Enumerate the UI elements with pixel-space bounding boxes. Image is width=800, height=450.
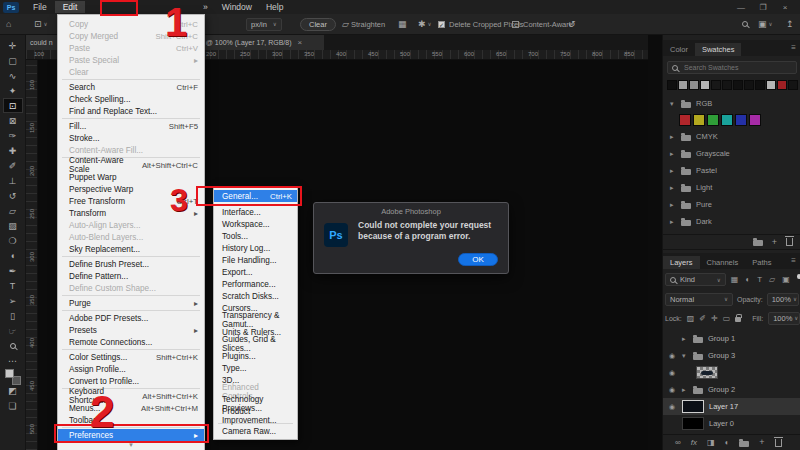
menu-item-check-spelling[interactable]: Check Spelling... bbox=[58, 93, 204, 105]
swatch-group-light[interactable]: ▸Light bbox=[663, 179, 800, 196]
swatch-chip[interactable] bbox=[735, 114, 747, 126]
menu-item-window[interactable]: Window bbox=[215, 2, 259, 12]
menu-item-keyboard-shortcuts[interactable]: Keyboard Shortcuts...Alt+Shift+Ctrl+K bbox=[58, 390, 204, 402]
quick-mask-mode-icon[interactable]: ◩ bbox=[3, 383, 23, 398]
straighten-button[interactable]: ▱ Straighten bbox=[342, 14, 385, 34]
home-button[interactable]: ⌂ bbox=[6, 14, 11, 34]
pen-tool-icon[interactable]: ✒ bbox=[3, 263, 23, 278]
lock-artboard-icon[interactable]: ▭ bbox=[723, 314, 731, 323]
chevron-down-icon[interactable]: ▾ bbox=[670, 100, 676, 108]
swatch-chip[interactable] bbox=[678, 80, 688, 90]
path-selection-tool-icon[interactable]: ➢ bbox=[3, 293, 23, 308]
restore-button[interactable]: ❐ bbox=[752, 3, 774, 12]
swatch-chip[interactable] bbox=[689, 80, 699, 90]
blur-tool-icon[interactable]: ❍ bbox=[3, 233, 23, 248]
menu-item-auto-align-layers[interactable]: Auto-Align Layers... bbox=[58, 219, 204, 231]
chevron-right-icon[interactable]: ▸ bbox=[670, 150, 676, 158]
new-group-icon[interactable] bbox=[739, 441, 749, 447]
swatch-chip[interactable] bbox=[700, 80, 710, 90]
delete-cropped-pixels-checkbox[interactable]: ✓ Delete Cropped Pixels bbox=[438, 14, 524, 34]
menu-item-preferences[interactable]: Preferences▸ bbox=[58, 429, 204, 441]
history-brush-tool-icon[interactable]: ↺ bbox=[3, 188, 23, 203]
menu-item-fill[interactable]: Fill...Shift+F5 bbox=[58, 120, 204, 132]
tab-close-icon[interactable]: × bbox=[298, 38, 303, 47]
layer-row-group-1[interactable]: ▸Group 1 bbox=[663, 330, 800, 347]
layer-row-group-3[interactable]: ◉▾Group 3 bbox=[663, 347, 800, 364]
swatch-chip[interactable] bbox=[744, 80, 754, 90]
menu-item-copy-merged[interactable]: Copy MergedShift+Ctrl+C bbox=[58, 30, 204, 42]
gradient-tool-icon[interactable]: ▨ bbox=[3, 218, 23, 233]
shape-tool-icon[interactable]: ▯ bbox=[3, 308, 23, 323]
unit-dropdown[interactable]: px/in∨ bbox=[246, 14, 282, 34]
eraser-tool-icon[interactable]: ▱ bbox=[3, 203, 23, 218]
menu-item-define-brush-preset[interactable]: Define Brush Preset... bbox=[58, 258, 204, 270]
menu-item-free-transform[interactable]: Free TransformCtrl+T bbox=[58, 195, 204, 207]
layer-thumbnail[interactable] bbox=[696, 366, 718, 379]
menu-overflow-icon[interactable]: » bbox=[196, 2, 215, 12]
menu-item-menus[interactable]: Menus...Alt+Shift+Ctrl+M bbox=[58, 402, 204, 414]
search-swatches-input[interactable] bbox=[682, 63, 782, 72]
menu-item-paste-special[interactable]: Paste Special▸ bbox=[58, 54, 204, 66]
swatch-group-rgb[interactable]: ▾RGB bbox=[663, 95, 800, 112]
chevron-right-icon[interactable]: ▸ bbox=[682, 335, 688, 343]
screen-mode-icon[interactable]: ❏ bbox=[3, 398, 23, 413]
menu-item-color-settings[interactable]: Color Settings...Shift+Ctrl+K bbox=[58, 351, 204, 363]
swatch-chip[interactable] bbox=[721, 114, 733, 126]
filter-shape-layers-icon[interactable]: ▱ bbox=[769, 275, 775, 284]
menu-item-convert-to-profile[interactable]: Convert to Profile... bbox=[58, 375, 204, 387]
swatch-chip[interactable] bbox=[766, 80, 776, 90]
chevron-right-icon[interactable]: ▸ bbox=[682, 386, 688, 394]
menu-item-performance[interactable]: Performance... bbox=[214, 278, 297, 290]
menu-item-content-aware-scale[interactable]: Content-Aware ScaleAlt+Shift+Ctrl+C bbox=[58, 159, 204, 171]
move-tool-icon[interactable]: ✛ bbox=[3, 38, 23, 53]
dodge-tool-icon[interactable]: ◖ bbox=[3, 248, 23, 263]
tool-preset[interactable]: ⊡ ∨ bbox=[34, 14, 48, 34]
menu-item-copy[interactable]: CopyCtrl+C bbox=[58, 18, 204, 30]
filter-pixel-layers-icon[interactable]: ▦ bbox=[731, 275, 739, 284]
crop-settings-button[interactable]: ✱ ∨ bbox=[418, 14, 432, 34]
panel-menu-icon[interactable]: ≡ bbox=[791, 256, 796, 265]
new-group-icon[interactable] bbox=[753, 240, 763, 246]
lock-all-icon[interactable] bbox=[735, 317, 741, 322]
workspace-switcher[interactable]: ▣ ∨ bbox=[758, 14, 773, 34]
fill-dropdown[interactable]: 100% ∨ bbox=[768, 312, 800, 325]
swatch-chip[interactable] bbox=[733, 80, 743, 90]
menu-item-file-handling[interactable]: File Handling... bbox=[214, 254, 297, 266]
menu-item-stroke[interactable]: Stroke... bbox=[58, 132, 204, 144]
lock-image-pixels-icon[interactable]: ✐ bbox=[699, 314, 706, 323]
filter-adjustment-layers-icon[interactable]: ◐ bbox=[745, 275, 750, 284]
swatch-chip[interactable] bbox=[788, 80, 798, 90]
filter-type-layers-icon[interactable]: T bbox=[757, 275, 762, 284]
menu-item-transparency-gamut[interactable]: Transparency & Gamut... bbox=[214, 314, 297, 326]
delete-swatch-icon[interactable] bbox=[786, 238, 793, 246]
new-swatch-icon[interactable]: + bbox=[772, 238, 777, 247]
menu-item-toolbar[interactable]: Toolbar... bbox=[58, 414, 204, 426]
tab-paths[interactable]: Paths bbox=[745, 256, 778, 269]
menu-item-history-log[interactable]: History Log... bbox=[214, 242, 297, 254]
tab-color[interactable]: Color bbox=[663, 43, 695, 56]
swatch-group-pure[interactable]: ▸Pure bbox=[663, 196, 800, 213]
tab-swatches[interactable]: Swatches bbox=[695, 43, 742, 56]
blend-mode-dropdown[interactable]: Normal ∨ bbox=[665, 293, 733, 306]
adjustment-layer-icon[interactable]: ◐ bbox=[725, 438, 730, 447]
search-button[interactable] bbox=[742, 14, 748, 34]
menu-item-edit[interactable]: Edit bbox=[55, 1, 86, 13]
menu-item-find-and-replace-text[interactable]: Find and Replace Text... bbox=[58, 105, 204, 117]
menu-item-help[interactable]: Help bbox=[259, 2, 290, 12]
layer-effects-icon[interactable]: fx bbox=[691, 438, 697, 447]
hand-tool-icon[interactable]: ☞ bbox=[3, 323, 23, 338]
reset-button[interactable]: ↺ bbox=[568, 14, 576, 34]
swatch-chip[interactable] bbox=[679, 114, 691, 126]
close-button[interactable]: × bbox=[774, 3, 796, 12]
chevron-right-icon[interactable]: ▸ bbox=[670, 218, 676, 226]
clear-button[interactable]: Clear bbox=[300, 14, 336, 34]
menu-item-remote-connections[interactable]: Remote Connections... bbox=[58, 336, 204, 348]
lock-position-icon[interactable]: ✛ bbox=[711, 314, 718, 323]
chevron-right-icon[interactable]: ▸ bbox=[670, 133, 676, 141]
swatch-chip[interactable] bbox=[693, 114, 705, 126]
add-layer-mask-icon[interactable]: ◨ bbox=[707, 438, 715, 447]
menu-item-purge[interactable]: Purge▸ bbox=[58, 297, 204, 309]
menu-scroll-down-icon[interactable]: ▾ bbox=[58, 441, 204, 450]
chevron-right-icon[interactable]: ▸ bbox=[670, 201, 676, 209]
menu-item-sky-replacement[interactable]: Sky Replacement... bbox=[58, 243, 204, 255]
